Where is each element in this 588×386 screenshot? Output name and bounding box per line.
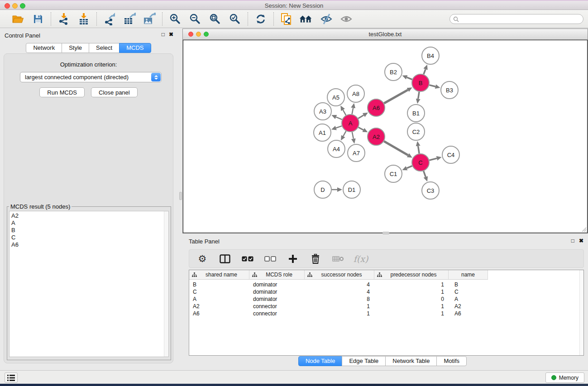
table-cell[interactable]: A xyxy=(449,295,488,303)
edge-A-A5[interactable] xyxy=(343,110,346,115)
table-settings-icon[interactable]: ⚙ xyxy=(196,253,208,265)
edge-B-B3[interactable] xyxy=(429,85,435,86)
node-table[interactable]: shared nameMCDS rolesuccessor nodesprede… xyxy=(189,270,584,356)
refresh-layout-icon[interactable] xyxy=(253,12,268,26)
table-cell[interactable]: A xyxy=(189,295,249,303)
edge-A-A1[interactable] xyxy=(336,126,342,128)
table-cell[interactable]: 0 xyxy=(374,295,449,303)
home-view-icon[interactable] xyxy=(299,12,314,26)
table-cell[interactable]: dominator xyxy=(249,295,305,303)
export-table-icon[interactable] xyxy=(122,12,137,26)
splitter-handle-left[interactable] xyxy=(179,192,182,200)
edge-A-A8[interactable] xyxy=(352,108,354,114)
zoom-selected-icon[interactable] xyxy=(228,12,242,26)
network-graph[interactable]: B4B2BB3B1A5A8A6A3AA1A2C2A4A7C4CC1C3DD1 xyxy=(183,40,587,233)
delete-entry-icon[interactable] xyxy=(310,253,321,265)
table-cell[interactable]: 1 xyxy=(374,303,449,310)
tab-select[interactable]: Select xyxy=(89,43,120,53)
mcds-result-item[interactable]: C xyxy=(11,234,168,241)
edge-A-A2[interactable] xyxy=(359,127,363,130)
table-cell[interactable]: 1 xyxy=(374,288,449,295)
tab-mcds[interactable]: MCDS xyxy=(119,43,151,53)
table-cell[interactable]: C xyxy=(449,288,488,295)
edge-B-B1[interactable] xyxy=(418,92,419,99)
table-cell[interactable]: A2 xyxy=(449,303,488,310)
show-all-icon[interactable] xyxy=(339,12,354,26)
edge-C-C3[interactable] xyxy=(424,171,426,177)
table-scrollbar[interactable] xyxy=(579,270,583,355)
table-cell[interactable]: B xyxy=(449,281,488,288)
table-cell[interactable]: 1 xyxy=(374,310,449,317)
table-cell[interactable]: connector xyxy=(249,310,305,317)
table-cell[interactable]: 1 xyxy=(305,310,374,317)
table-cell[interactable]: A6 xyxy=(449,310,488,317)
mcds-result-item[interactable]: B xyxy=(11,227,168,234)
table-cell[interactable]: 8 xyxy=(305,295,374,303)
clone-network-icon[interactable] xyxy=(279,12,294,26)
tab-network-table[interactable]: Network Table xyxy=(385,356,437,366)
table-row[interactable]: A6connector11A6 xyxy=(189,310,583,317)
apply-function-icon[interactable]: f(x) xyxy=(355,253,367,265)
column-header-predecessor-nodes[interactable]: predecessor nodes xyxy=(374,270,449,280)
task-history-button[interactable] xyxy=(5,372,18,383)
mcds-result-item[interactable]: A xyxy=(11,219,168,227)
tab-style[interactable]: Style xyxy=(62,43,89,53)
export-network-icon[interactable] xyxy=(102,12,117,26)
search-field[interactable] xyxy=(449,14,583,24)
table-row[interactable]: Cdominator41C xyxy=(189,288,583,295)
tab-motifs[interactable]: Motifs xyxy=(436,356,467,366)
edge-B-B4[interactable] xyxy=(424,69,425,74)
table-cell[interactable]: 4 xyxy=(305,288,374,295)
table-cell[interactable]: dominator xyxy=(249,281,305,288)
table-cell[interactable]: 1 xyxy=(305,303,374,310)
table-cell[interactable]: dominator xyxy=(249,288,305,295)
tab-node-table[interactable]: Node Table xyxy=(298,356,343,366)
network-canvas[interactable]: B4B2BB3B1A5A8A6A3AA1A2C2A4A7C4CC1C3DD1 xyxy=(183,40,588,233)
mcds-result-item[interactable]: A2 xyxy=(11,212,168,219)
column-header-MCDS-role[interactable]: MCDS role xyxy=(249,270,305,280)
edge-C-C4[interactable] xyxy=(429,158,437,160)
add-entry-icon[interactable] xyxy=(287,253,299,265)
edge-A2-C[interactable] xyxy=(384,141,408,155)
table-cell[interactable]: C xyxy=(189,288,249,295)
splitter-handle-bottom[interactable] xyxy=(382,232,389,234)
import-table-icon[interactable] xyxy=(76,12,91,26)
mcds-result-item[interactable]: A6 xyxy=(11,241,168,248)
deselect-all-checks-icon[interactable] xyxy=(264,253,276,265)
edge-A6-B[interactable] xyxy=(384,90,408,104)
network-window-titlebar[interactable]: testGlobe.txt xyxy=(183,29,588,40)
column-header-name[interactable]: name xyxy=(449,270,488,280)
close-panel-button[interactable]: Close panel xyxy=(91,87,138,97)
table-cell[interactable]: 4 xyxy=(305,281,374,288)
float-table-panel-icon[interactable]: □ xyxy=(571,238,574,244)
import-network-icon[interactable] xyxy=(57,12,71,26)
mcds-result-list[interactable]: A2ABCA6 xyxy=(9,211,169,357)
delete-column-icon[interactable] xyxy=(332,253,344,265)
table-row[interactable]: Bdominator41B xyxy=(189,281,583,288)
table-row[interactable]: A2connector11A2 xyxy=(189,303,583,310)
export-image-icon[interactable] xyxy=(142,12,157,26)
float-panel-icon[interactable]: □ xyxy=(162,31,165,38)
edge-A-A3[interactable] xyxy=(336,117,342,120)
edge-B-B2[interactable] xyxy=(407,77,412,80)
optimization-criterion-select[interactable]: largest connected component (directed) xyxy=(20,72,162,82)
table-row[interactable]: Adominator80A xyxy=(189,295,583,303)
table-cell[interactable]: connector xyxy=(249,303,305,310)
hide-selected-icon[interactable] xyxy=(319,12,334,26)
save-session-icon[interactable] xyxy=(31,12,45,26)
split-columns-icon[interactable] xyxy=(219,253,231,265)
open-file-icon[interactable] xyxy=(11,12,25,26)
tab-network[interactable]: Network xyxy=(26,43,62,53)
edge-A-A7[interactable] xyxy=(352,132,354,139)
edge-A-A6[interactable] xyxy=(358,115,363,118)
close-panel-icon[interactable]: ✖ xyxy=(169,31,173,38)
table-cell[interactable]: 1 xyxy=(374,281,449,288)
resize-grip-icon[interactable] xyxy=(580,226,587,232)
column-header-successor-nodes[interactable]: successor nodes xyxy=(305,270,374,280)
zoom-in-icon[interactable] xyxy=(168,12,182,26)
table-cell[interactable]: A2 xyxy=(189,303,249,310)
close-table-panel-icon[interactable]: ✖ xyxy=(579,238,583,244)
run-mcds-button[interactable]: Run MCDS xyxy=(39,87,85,97)
edge-C-C1[interactable] xyxy=(407,166,412,168)
select-all-checks-icon[interactable] xyxy=(242,253,253,265)
